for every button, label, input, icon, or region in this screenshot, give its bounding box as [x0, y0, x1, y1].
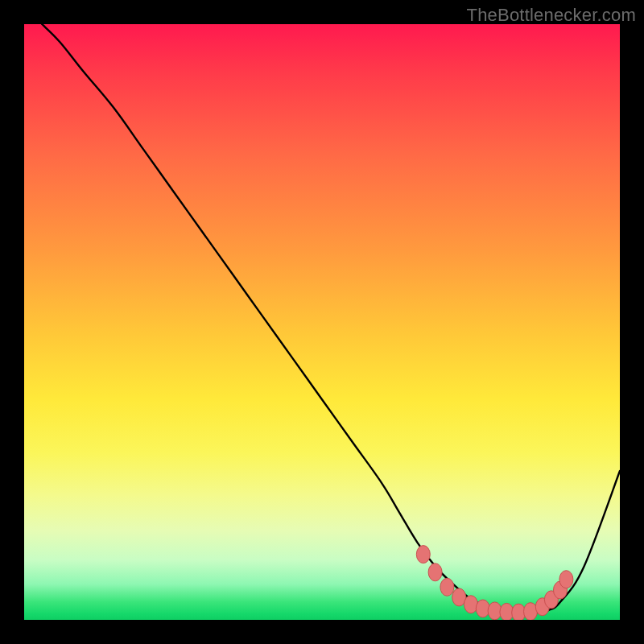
- optimal-range-markers: [416, 546, 573, 620]
- chart-svg: [24, 24, 620, 620]
- attribution-text: TheBottlenecker.com: [467, 5, 636, 26]
- marker-dot: [559, 571, 573, 588]
- marker-dot: [440, 578, 454, 596]
- marker-dot: [464, 596, 478, 613]
- marker-dot: [428, 564, 442, 581]
- chart-frame: TheBottlenecker.com: [0, 0, 644, 644]
- marker-dot: [476, 600, 489, 617]
- bottleneck-curve: [42, 24, 620, 613]
- plot-area: [24, 24, 620, 620]
- marker-dot: [416, 546, 430, 564]
